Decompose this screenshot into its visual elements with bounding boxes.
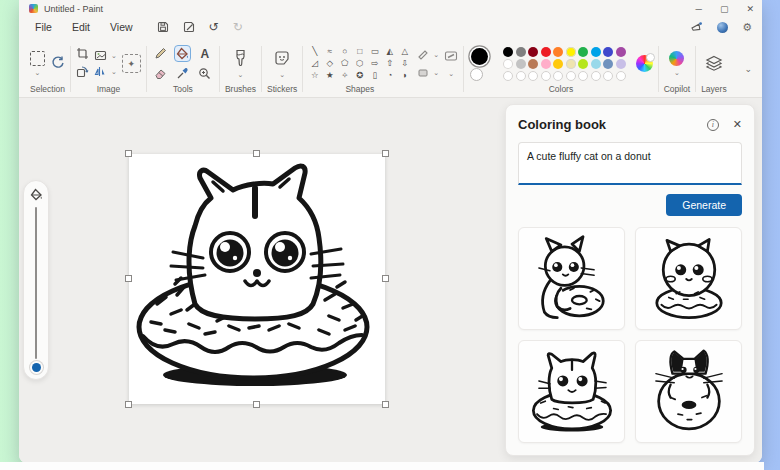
eyedropper-icon[interactable] xyxy=(174,65,191,82)
text-tool-icon[interactable]: A xyxy=(196,45,213,62)
panel-close-icon[interactable]: ✕ xyxy=(733,118,742,131)
shape-icon[interactable]: ⬡ xyxy=(353,58,366,69)
empty-color-slot[interactable] xyxy=(516,71,526,81)
color-swatch[interactable] xyxy=(578,47,588,57)
slider-track[interactable] xyxy=(35,207,38,359)
color-swatch[interactable] xyxy=(516,59,526,69)
magnifier-icon[interactable] xyxy=(196,65,213,82)
shape-icon[interactable]: ◔ xyxy=(383,70,396,81)
brush-icon[interactable] xyxy=(233,49,248,68)
rotate-icon[interactable] xyxy=(76,65,89,80)
color-swatch[interactable] xyxy=(616,59,626,69)
shape-icon[interactable]: ╲ xyxy=(308,46,321,57)
fill-size-slider[interactable] xyxy=(23,180,49,380)
selection-handle[interactable] xyxy=(382,275,389,282)
shape-icon[interactable]: ⬠ xyxy=(338,58,351,69)
color-swatch[interactable] xyxy=(503,59,513,69)
color-swatch[interactable] xyxy=(541,47,551,57)
shape-icon[interactable]: ▯ xyxy=(368,70,381,81)
empty-color-slot[interactable] xyxy=(603,71,613,81)
rectangle-select-icon[interactable] xyxy=(30,51,45,66)
edit-colors-icon[interactable] xyxy=(636,55,653,72)
selection-handle[interactable] xyxy=(253,401,260,408)
shape-icon[interactable]: ◇ xyxy=(323,58,336,69)
selection-handle[interactable] xyxy=(125,401,132,408)
color-swatch[interactable] xyxy=(603,47,613,57)
color-swatch[interactable] xyxy=(553,47,563,57)
maximize-button[interactable]: ▢ xyxy=(720,4,729,14)
color-swatch[interactable] xyxy=(616,47,626,57)
empty-color-slot[interactable] xyxy=(541,71,551,81)
selection-handle[interactable] xyxy=(382,150,389,157)
selection-handle[interactable] xyxy=(253,150,260,157)
shape-icon[interactable]: ≈ xyxy=(323,46,336,57)
thumbnail-2[interactable] xyxy=(635,227,742,330)
shape-fill-dropdown[interactable]: ⌄ xyxy=(417,67,439,79)
color-swatch[interactable] xyxy=(591,59,601,69)
pencil-icon[interactable] xyxy=(152,45,169,62)
save-icon[interactable] xyxy=(157,21,169,33)
shape-icon[interactable]: ★ xyxy=(323,70,336,81)
thumbnail-3[interactable] xyxy=(518,340,625,443)
crop-icon[interactable] xyxy=(76,47,89,62)
eraser-icon[interactable] xyxy=(152,65,169,82)
empty-color-slot[interactable] xyxy=(616,71,626,81)
account-icon[interactable] xyxy=(717,22,728,33)
empty-color-slot[interactable] xyxy=(591,71,601,81)
generate-button[interactable]: Generate xyxy=(666,194,742,216)
shape-icon[interactable]: ◿ xyxy=(308,58,321,69)
brushes-chevron-icon[interactable]: ⌄ xyxy=(238,71,244,78)
selection-handle[interactable] xyxy=(125,150,132,157)
drawing-canvas[interactable] xyxy=(129,154,385,404)
sticker-icon[interactable] xyxy=(274,50,290,68)
shape-icon[interactable]: ⇧ xyxy=(383,58,396,69)
color-swatch[interactable] xyxy=(503,47,513,57)
size-chevron-icon[interactable]: ⌄ xyxy=(448,70,454,77)
color-swatch[interactable] xyxy=(603,59,613,69)
color-swatch[interactable] xyxy=(566,59,576,69)
thumbnail-1[interactable] xyxy=(518,227,625,330)
empty-color-slot[interactable] xyxy=(503,71,513,81)
layers-icon[interactable] xyxy=(705,55,723,73)
shape-outline-dropdown[interactable]: ⌄ xyxy=(417,49,439,61)
flip-icon[interactable]: ⌄ xyxy=(94,65,117,78)
copilot-icon[interactable] xyxy=(669,51,684,66)
resize-icon[interactable]: ⌄ xyxy=(94,49,117,62)
redo-icon[interactable]: ↻ xyxy=(233,21,243,33)
shape-icon[interactable]: ✪ xyxy=(353,70,366,81)
shape-icon[interactable]: ☆ xyxy=(308,70,321,81)
shape-icon[interactable]: ⇨ xyxy=(368,58,381,69)
secondary-color-swatch[interactable] xyxy=(470,68,483,81)
minimize-button[interactable]: ─ xyxy=(696,4,702,14)
empty-color-slot[interactable] xyxy=(553,71,563,81)
empty-color-slot[interactable] xyxy=(566,71,576,81)
shape-icon[interactable]: ▭ xyxy=(368,46,381,57)
selection-handle[interactable] xyxy=(382,401,389,408)
color-swatch[interactable] xyxy=(566,47,576,57)
color-swatch[interactable] xyxy=(516,47,526,57)
color-swatch[interactable] xyxy=(528,47,538,57)
remove-background-icon[interactable]: ✦ xyxy=(122,54,141,73)
shape-icon[interactable]: △ xyxy=(398,46,411,57)
stickers-chevron-icon[interactable]: ⌄ xyxy=(279,71,285,78)
color-swatch[interactable] xyxy=(528,59,538,69)
close-button[interactable]: ✕ xyxy=(746,4,754,14)
ribbon-collapse-chevron[interactable]: ⌄ xyxy=(738,64,758,74)
copilot-chevron-icon[interactable]: ⌄ xyxy=(674,69,680,76)
empty-color-slot[interactable] xyxy=(578,71,588,81)
info-icon[interactable]: i xyxy=(707,119,719,131)
thumbnail-4[interactable] xyxy=(635,340,742,443)
color-swatch[interactable] xyxy=(591,47,601,57)
primary-color-swatch[interactable] xyxy=(471,48,488,65)
shape-icon[interactable]: ✧ xyxy=(338,70,351,81)
selection-handle[interactable] xyxy=(125,275,132,282)
shape-icon[interactable]: □ xyxy=(353,46,366,57)
save-as-icon[interactable] xyxy=(183,21,195,33)
undo-icon[interactable]: ↺ xyxy=(209,21,219,33)
feedback-icon[interactable] xyxy=(690,21,703,34)
color-swatch[interactable] xyxy=(541,59,551,69)
shape-icon[interactable]: ◭ xyxy=(383,46,396,57)
menu-edit[interactable]: Edit xyxy=(62,18,100,36)
empty-color-slot[interactable] xyxy=(528,71,538,81)
settings-gear-icon[interactable]: ⚙ xyxy=(742,21,752,34)
